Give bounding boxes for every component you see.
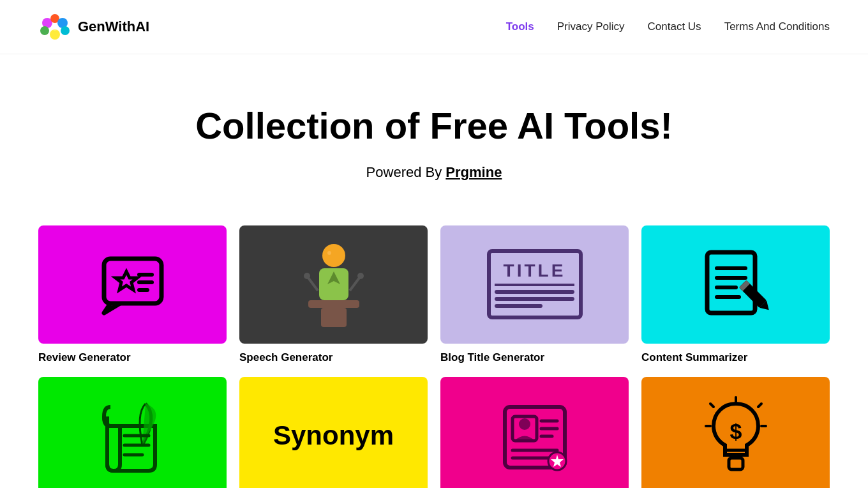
svg-point-21	[327, 251, 331, 255]
tool-card-image-business: $	[641, 377, 830, 488]
tool-label-blog-title-generator: Blog Title Generator	[440, 351, 629, 364]
logo[interactable]: GenWithAI	[38, 10, 149, 43]
tool-card-image-content	[641, 225, 830, 344]
tool-card-image-blog-title: TITLE	[440, 225, 629, 344]
svg-point-5	[61, 26, 70, 35]
title-line-2	[495, 297, 574, 301]
nav-item-contact[interactable]: Contact Us	[648, 20, 701, 33]
tool-label-review-generator: Review Generator	[38, 351, 227, 364]
svg-point-12	[322, 244, 345, 267]
svg-point-35	[519, 418, 530, 430]
nav-link-tools[interactable]: Tools	[506, 20, 534, 33]
navbar: GenWithAI Tools Privacy Policy Contact U…	[0, 0, 868, 54]
speech-icon	[292, 236, 375, 332]
tool-card-content-summarizer[interactable]: Content Summarizer	[641, 225, 830, 364]
svg-point-6	[51, 23, 59, 31]
svg-point-4	[50, 29, 60, 40]
title-line-3	[495, 304, 542, 308]
tool-card-bio-generator[interactable]: Bio Generator	[440, 377, 629, 488]
tool-card-blog-title-generator[interactable]: TITLE Blog Title Generator	[440, 225, 629, 364]
svg-point-3	[40, 26, 49, 35]
business-icon: $	[694, 394, 777, 477]
tool-card-speech-generator[interactable]: Speech Generator	[239, 225, 428, 364]
nav-link-contact[interactable]: Contact Us	[648, 20, 701, 33]
nav-item-privacy[interactable]: Privacy Policy	[557, 20, 625, 33]
tool-card-business-idea[interactable]: $ Business Idea Generator	[641, 377, 830, 488]
logo-icon	[38, 10, 71, 43]
tools-grid: Review Generator S	[0, 213, 868, 488]
title-line-1	[495, 290, 574, 294]
tool-card-image-synonym: Synonym	[239, 377, 428, 488]
blog-title-text: TITLE	[495, 261, 574, 286]
logo-text: GenWithAI	[78, 19, 149, 35]
nav-links: Tools Privacy Policy Contact Us Terms An…	[506, 20, 830, 33]
brand-link[interactable]: Prgmine	[445, 164, 502, 180]
svg-line-18	[350, 278, 359, 291]
svg-marker-8	[116, 271, 137, 290]
blog-title-box: TITLE	[487, 249, 583, 319]
tool-card-image-essay	[38, 377, 227, 488]
svg-point-17	[304, 273, 310, 279]
tool-card-synonym-finder[interactable]: Synonym Synonym Finder	[239, 377, 428, 488]
hero-subtext: Powered By Prgmine	[13, 164, 855, 181]
tool-card-essay-writer[interactable]: Essay Writer	[38, 377, 227, 488]
tool-card-image-review	[38, 225, 227, 344]
svg-line-48	[758, 404, 761, 407]
svg-point-19	[357, 273, 364, 279]
nav-item-tools[interactable]: Tools	[506, 20, 534, 33]
nav-link-terms[interactable]: Terms And Conditions	[724, 20, 830, 33]
svg-line-49	[710, 404, 714, 407]
bio-icon	[493, 394, 576, 477]
content-icon	[694, 243, 777, 326]
nav-item-terms[interactable]: Terms And Conditions	[724, 20, 830, 33]
svg-rect-15	[321, 308, 347, 327]
svg-rect-45	[729, 458, 743, 469]
svg-line-16	[308, 278, 318, 291]
hero-heading: Collection of Free AI Tools!	[13, 105, 855, 146]
essay-icon	[91, 394, 174, 477]
blog-title-lines	[495, 290, 574, 308]
review-icon	[91, 243, 174, 326]
svg-text:$: $	[730, 419, 742, 443]
tool-label-speech-generator: Speech Generator	[239, 351, 428, 364]
tool-card-review-generator[interactable]: Review Generator	[38, 225, 227, 364]
tool-label-content-summarizer: Content Summarizer	[641, 351, 830, 364]
tool-card-image-bio	[440, 377, 629, 488]
tool-card-image-speech	[239, 225, 428, 344]
svg-rect-14	[308, 300, 359, 308]
synonym-text: Synonym	[273, 420, 394, 451]
hero-section: Collection of Free AI Tools! Powered By …	[0, 54, 868, 213]
nav-link-privacy[interactable]: Privacy Policy	[557, 20, 625, 33]
